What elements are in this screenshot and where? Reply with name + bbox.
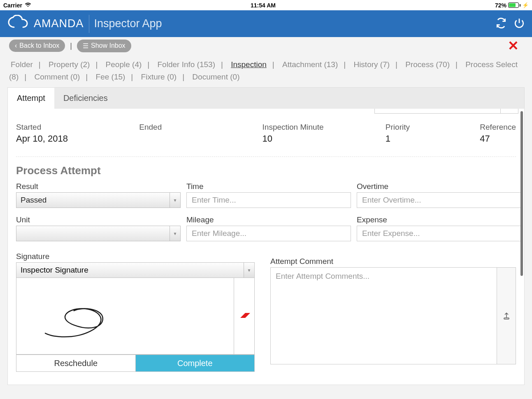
wifi-icon [25, 2, 31, 9]
attempt-info-row: Started Apr 10, 2018 Ended Inspection Mi… [16, 117, 516, 157]
time-input[interactable] [186, 192, 351, 208]
inspection-minute-value: 10 [263, 133, 369, 144]
mileage-input[interactable] [186, 226, 351, 241]
priority-value: 1 [386, 133, 463, 144]
expense-input[interactable] [357, 226, 521, 241]
mileage-label: Mileage [186, 215, 351, 224]
device-status-bar: Carrier 11:54 AM 72% ⚡ [0, 0, 532, 10]
expense-label: Expense [357, 215, 521, 224]
unit-select[interactable]: ▼ [16, 226, 181, 241]
signature-label: Signature [16, 252, 255, 261]
crumb-fixture[interactable]: Fixture (0) [139, 72, 179, 81]
priority-label: Priority [386, 123, 463, 132]
toolbar: ‹ Back to Inbox | ☰ Show Inbox ✕ [0, 37, 532, 54]
chevron-down-icon: ▼ [247, 268, 251, 273]
svg-rect-0 [504, 318, 509, 319]
clipped-field [374, 109, 510, 114]
menu-icon: ☰ [83, 42, 88, 50]
crumb-fee[interactable]: Fee (15) [94, 72, 127, 81]
result-select[interactable]: Passed ▼ [16, 192, 181, 208]
result-label: Result [16, 182, 181, 191]
battery-percent: 72% [495, 2, 506, 9]
signature-select-value: Inspector Signature [21, 266, 88, 275]
overtime-label: Overtime [357, 182, 521, 191]
reference-value: 47 [480, 133, 516, 144]
crumb-inspection[interactable]: Inspection [229, 60, 268, 69]
content-area: Attempt Deficiencies Started Apr 10, 201… [7, 87, 525, 385]
charging-icon: ⚡ [522, 2, 529, 8]
show-inbox-button[interactable]: ☰ Show Inbox [77, 40, 131, 52]
back-label: Back to Inbox [19, 42, 59, 49]
clipped-field-cap [500, 109, 518, 114]
status-time: 11:54 AM [31, 2, 495, 9]
crumb-attachment[interactable]: Attachment (13) [281, 60, 339, 69]
attempt-comment-label: Attempt Comment [270, 257, 516, 266]
back-to-inbox-button[interactable]: ‹ Back to Inbox [9, 40, 65, 52]
tab-bar: Attempt Deficiencies [8, 88, 524, 109]
comment-side-button[interactable] [497, 268, 516, 364]
crumb-history[interactable]: History (7) [352, 60, 391, 69]
refresh-icon[interactable] [496, 18, 506, 30]
overtime-input[interactable] [357, 192, 521, 208]
complete-button[interactable]: Complete [136, 355, 255, 371]
chevron-down-icon: ▼ [173, 231, 177, 236]
scrollbar[interactable] [520, 111, 523, 276]
reference-label: Reference [480, 123, 516, 132]
attempt-comment-input[interactable] [271, 268, 497, 364]
unit-label: Unit [16, 215, 181, 224]
battery-icon [508, 2, 520, 8]
app-header: AMANDA Inspector App [0, 10, 532, 37]
attempt-panel: Started Apr 10, 2018 Ended Inspection Mi… [8, 109, 524, 385]
crumb-people[interactable]: People (4) [104, 60, 144, 69]
signature-type-select[interactable]: Inspector Signature ▼ [16, 262, 255, 278]
ended-label: Ended [139, 123, 246, 132]
crumb-folder[interactable]: Folder [9, 60, 35, 69]
section-nav: Folder| Property (2)| People (4)| Folder… [0, 54, 532, 87]
started-value: Apr 10, 2018 [16, 133, 123, 144]
power-icon[interactable] [514, 18, 525, 30]
eraser-icon[interactable] [238, 310, 251, 322]
crumb-comment[interactable]: Comment (0) [33, 72, 81, 81]
crumb-document[interactable]: Document (0) [190, 72, 241, 81]
brand-text: AMANDA [34, 17, 84, 30]
crumb-process[interactable]: Process (70) [404, 60, 451, 69]
cloud-logo-icon [7, 15, 30, 33]
chevron-left-icon: ‹ [15, 42, 17, 49]
carrier-label: Carrier [3, 2, 22, 9]
app-title: Inspector App [94, 17, 162, 30]
result-value: Passed [21, 196, 46, 205]
signature-canvas[interactable] [16, 278, 234, 354]
chevron-down-icon: ▼ [173, 198, 177, 203]
inspection-minute-label: Inspection Minute [263, 123, 369, 132]
show-label: Show Inbox [91, 42, 125, 49]
close-icon[interactable]: ✕ [508, 38, 519, 54]
toolbar-separator: | [70, 42, 72, 50]
time-label: Time [186, 182, 351, 191]
reschedule-button[interactable]: Reschedule [16, 355, 136, 371]
crumb-folder-info[interactable]: Folder Info (153) [156, 60, 217, 69]
tab-deficiencies[interactable]: Deficiencies [54, 88, 117, 109]
started-label: Started [16, 123, 123, 132]
section-title: Process Attempt [16, 164, 516, 177]
crumb-property[interactable]: Property (2) [47, 60, 91, 69]
form-grid: Result Passed ▼ Time Overtime Unit [16, 182, 516, 245]
tab-attempt[interactable]: Attempt [8, 88, 54, 109]
